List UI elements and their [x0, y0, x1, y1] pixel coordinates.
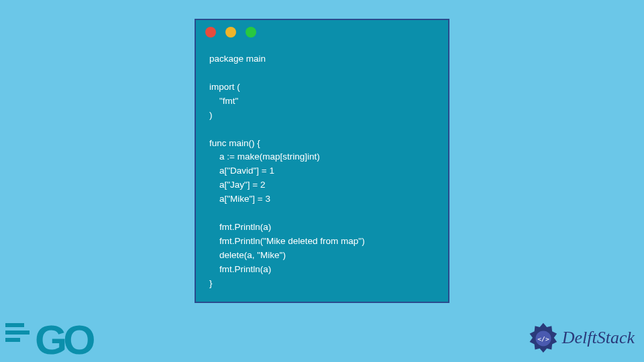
code-window: package main import ( "fmt" ) func main(… [195, 19, 449, 303]
go-logo: GO [5, 311, 113, 358]
delftstack-badge-icon: </> [527, 322, 559, 354]
delftstack-text: DelftStack [562, 328, 635, 348]
svg-text:</>: </> [537, 335, 549, 343]
minimize-icon[interactable] [225, 27, 236, 38]
window-titlebar [196, 20, 448, 44]
go-logo-text: GO [35, 316, 91, 362]
delftstack-logo: </> DelftStack [527, 322, 635, 354]
code-content: package main import ( "fmt" ) func main(… [196, 44, 448, 302]
maximize-icon[interactable] [246, 27, 256, 38]
close-icon[interactable] [205, 27, 216, 38]
go-speed-lines-icon [5, 323, 30, 345]
